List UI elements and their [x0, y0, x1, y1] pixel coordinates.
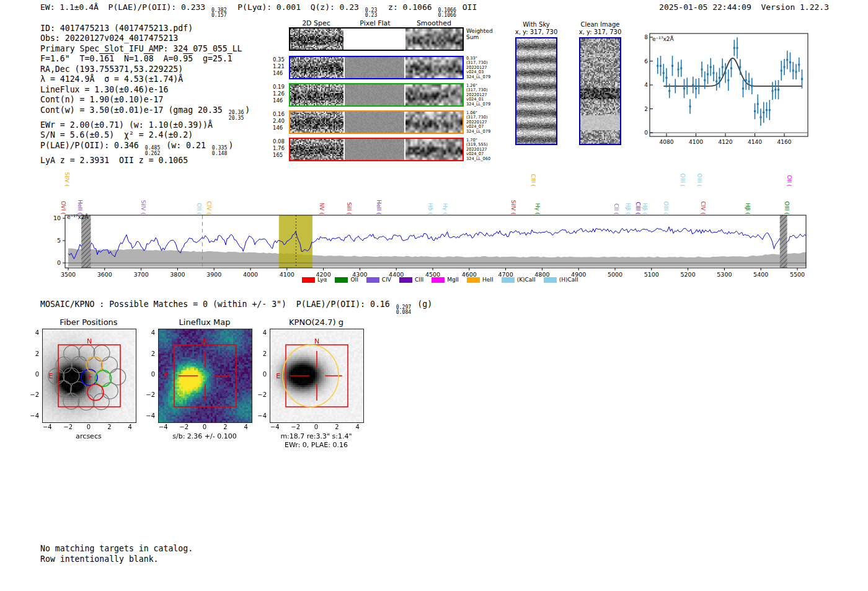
axis-text: 2 [644, 106, 648, 112]
cleanimage-subtitle: x, y: 317, 730 [568, 29, 632, 36]
data-point [698, 85, 700, 87]
data-point [772, 90, 774, 92]
emission-line-label: OIII ( [784, 202, 790, 215]
data-point [798, 64, 800, 66]
spec2d-row-image [290, 84, 463, 105]
axis-text: 4000 [243, 271, 258, 278]
spec2d-row-image [290, 139, 463, 160]
legend-label: (H)CaII [559, 277, 578, 283]
data-point [737, 47, 738, 49]
data-point [789, 61, 791, 63]
data-point [668, 90, 670, 92]
detection-info-block: ID: 4017475213 (4017475213.pdf)Obs: 2022… [40, 24, 250, 166]
emission-line-label: Hγ ( [534, 203, 541, 215]
data-point [680, 68, 682, 69]
x-axis-tick-label: 4 [350, 424, 365, 430]
y-axis-tick-label: 0 [141, 371, 155, 378]
data-point [657, 65, 658, 67]
data-point [769, 109, 771, 111]
data-point [692, 84, 694, 86]
legend-swatch [544, 277, 557, 283]
spec2d-row [289, 138, 464, 161]
y-axis-tick-label: 2 [25, 350, 39, 357]
info-line: S/N = 5.6(±0.5) χ² = 2.4(±0.2) [40, 130, 250, 140]
axis-text: 5100 [644, 271, 659, 278]
cutout-xlabel2: EWr: 0, PLAE: 0.16 [251, 441, 381, 449]
emission-line-label: CIII ( [530, 174, 536, 187]
data-point [689, 105, 691, 107]
axis-text: 4100 [689, 139, 703, 145]
info-line: ID: 4017475213 (4017475213.pdf) [40, 24, 250, 33]
legend-item: CIV [366, 277, 391, 283]
data-point [695, 87, 697, 89]
axis-text: 5200 [681, 271, 696, 278]
emission-line-label: Hβ ( [745, 203, 751, 215]
y-axis-tick-label: −4 [25, 412, 39, 419]
legend-swatch [467, 277, 480, 283]
stacked-uncertainty: 0.3820.157 [211, 7, 227, 18]
data-point [710, 66, 712, 68]
spec2d-row [289, 27, 464, 51]
cutout-xlabel: s/b: 2.36 +/- 0.100 [140, 432, 270, 440]
cleanimage-image [579, 37, 621, 145]
data-point [686, 85, 688, 87]
y-axis-tick-label: 0 [25, 371, 39, 378]
y-axis-tick-label: −2 [25, 391, 39, 398]
axis-text: 10 [53, 215, 61, 221]
emission-line-label: OIII ( [663, 202, 669, 215]
x-axis-tick-label: −4 [40, 424, 55, 430]
info-line: P(LAE)/P(OII): 0.346 0.4850.262 (w: 0.21… [40, 141, 250, 156]
catalog-footer-note: No matching targets in catalog.Row inten… [40, 543, 193, 564]
spec2d-row-right-labels: 0.33" (317, 730) 20220127 v024_03 324_LL… [466, 56, 490, 79]
emission-line-label: SiIV ( [510, 200, 516, 215]
data-point [733, 47, 735, 49]
legend-item: (H)CaII [544, 277, 578, 283]
withsky-title-text: With Sky [504, 21, 569, 29]
cleanimage-title: Clean Image x, y: 317, 730 [568, 21, 632, 36]
legend-item: MgII [432, 277, 459, 283]
stacked-uncertainty: 0.3350.148 [212, 145, 228, 156]
axis-text: e⁻¹⁷x2Å [652, 35, 675, 42]
data-point [786, 59, 788, 61]
data-point [795, 71, 797, 73]
emission-line-label: CII ( [613, 203, 619, 215]
info-line: λ = 4124.9Å σ = 4.53(±1.74)Å [40, 74, 250, 84]
legend-label: CIII [415, 277, 423, 283]
legend-label: HeII [482, 277, 494, 283]
axis-text: 4080 [660, 139, 674, 145]
x-axis-tick-label: 2 [329, 424, 344, 430]
data-point [678, 68, 680, 70]
data-point [663, 72, 665, 74]
footer-line: No matching targets in catalog. [40, 543, 193, 554]
data-point [784, 66, 786, 68]
legend-item: OII [335, 277, 358, 283]
emission-line-label: Hβ ( [625, 203, 631, 215]
data-point [666, 77, 668, 79]
legend-label: (K)CaII [517, 277, 536, 283]
stacked-uncertainty: 0.4850.262 [145, 145, 161, 156]
data-point [660, 65, 662, 67]
data-point [701, 68, 703, 70]
data-point [675, 85, 676, 87]
withsky-title: With Sky x, y: 317, 730 [504, 21, 569, 36]
cleanimage-title-text: Clean Image [568, 21, 632, 29]
legend-swatch [502, 277, 515, 283]
header-summary-line: EW: 1.1±0.4Å P(LAE)/P(OII): 0.233 0.3820… [40, 2, 477, 17]
y-axis-tick-label: 4 [141, 329, 155, 336]
x-axis-tick-label: 4 [123, 424, 138, 430]
cutout-title-lineflux_map: Lineflux Map [146, 318, 264, 327]
y-axis-tick-label: −4 [141, 412, 155, 419]
axis-text: 4100 [280, 271, 294, 278]
legend-swatch [366, 277, 379, 283]
data-point [760, 116, 762, 118]
data-point [713, 72, 715, 74]
spec2d-row-right-labels: 1.26" (317, 730) 20220127 v024_01 324_LL… [466, 84, 490, 107]
spec2d-row-image [290, 112, 463, 133]
lineflux_map-image [158, 329, 252, 423]
legend-swatch [432, 277, 445, 283]
info-line: Cont(n) = 1.90(±0.10)e-17 [40, 95, 250, 105]
spec2d-row-image [290, 57, 463, 78]
axis-text: 0 [644, 130, 648, 136]
mosaic-kpno-line: MOSAIC/KPNO : Possible Matches = 0 (with… [40, 300, 432, 314]
data-point [745, 79, 747, 81]
